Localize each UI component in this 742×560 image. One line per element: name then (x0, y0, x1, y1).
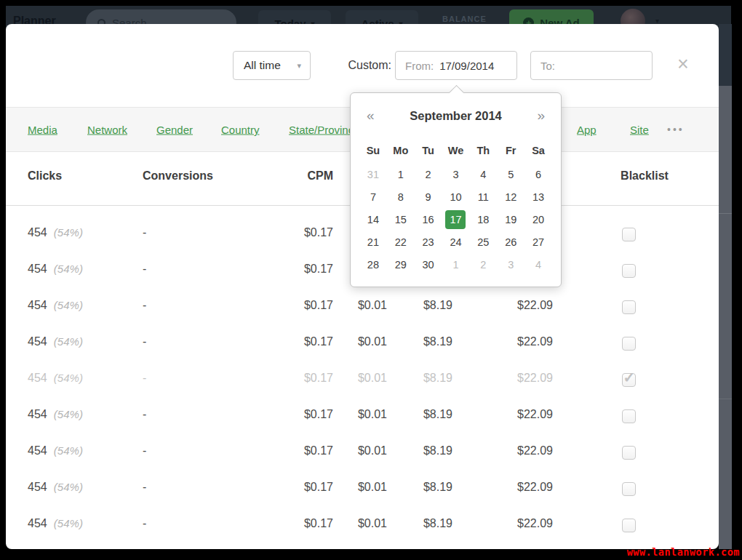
calendar-day[interactable]: 1 (445, 255, 466, 274)
calendar-day[interactable]: 28 (363, 255, 383, 274)
balance-label: BALANCE (442, 15, 487, 23)
dimmed-page-header (719, 24, 732, 86)
blacklist-checkbox[interactable] (622, 337, 636, 351)
calendar-day[interactable]: 15 (391, 210, 411, 229)
divider (719, 213, 732, 214)
calendar-cell: 29 (387, 253, 415, 276)
calendar-day[interactable]: 20 (528, 210, 548, 229)
nav-link-app[interactable]: App (577, 124, 597, 136)
calendar-day[interactable]: 31 (363, 165, 383, 184)
calendar-day[interactable]: 12 (500, 188, 521, 207)
calendar-day[interactable]: 25 (473, 233, 493, 252)
cell-conversions: - (143, 335, 146, 348)
calendar-cell: 13 (524, 185, 552, 208)
cell-value: $0.01 (322, 408, 387, 421)
blacklist-cell (615, 325, 642, 361)
cell-value: $0.01 (322, 517, 387, 530)
calendar-day-selected[interactable]: 17 (445, 210, 466, 229)
calendar-day[interactable]: 9 (418, 188, 439, 207)
nav-link-country[interactable]: Country (221, 124, 260, 136)
date-picker-popup: « September 2014 » SuMoTuWeThFrSa 311234… (350, 92, 562, 287)
calendar-day[interactable]: 30 (418, 255, 439, 274)
checkmark-icon: ✓ (623, 369, 636, 386)
calendar-day[interactable]: 7 (363, 188, 383, 207)
nav-link-site[interactable]: Site (630, 124, 649, 136)
calendar-day[interactable]: 4 (473, 165, 493, 184)
chevron-down-icon: ▾ (297, 61, 301, 71)
cell-value: $0.01 (322, 299, 387, 312)
next-month-icon[interactable]: » (537, 108, 545, 124)
calendar-day[interactable]: 10 (445, 188, 466, 207)
calendar-day[interactable]: 22 (391, 233, 411, 252)
cell-conversions: - (143, 299, 146, 312)
blacklist-checkbox[interactable] (622, 482, 636, 496)
nav-link-state-province[interactable]: State/Province (289, 124, 360, 136)
calendar-cell: 7 (359, 185, 387, 208)
calendar-cell: 10 (442, 185, 470, 208)
date-to-input[interactable]: To: (530, 51, 653, 80)
cell-value: $0.01 (322, 335, 387, 348)
calendar-cell: 2 (469, 253, 497, 276)
calendar-day[interactable]: 14 (363, 210, 383, 229)
blacklist-checkbox[interactable] (622, 228, 636, 241)
calendar-day[interactable]: 11 (473, 188, 493, 207)
previous-month-icon[interactable]: « (367, 108, 375, 124)
calendar-day[interactable]: 18 (473, 210, 493, 229)
calendar-cell: 24 (442, 231, 470, 253)
cell-value: $22.09 (480, 299, 553, 312)
calendar-dayname: We (442, 138, 470, 163)
calendar-day[interactable]: 2 (473, 255, 493, 274)
from-date-value: 17/09/2014 (439, 60, 494, 72)
nav-link-gender[interactable]: Gender (156, 124, 193, 136)
blacklist-checkbox[interactable] (622, 264, 636, 278)
time-range-dropdown[interactable]: All time ▾ (233, 51, 311, 80)
cell-conversions: - (143, 226, 146, 239)
calendar-day[interactable]: 3 (500, 255, 521, 274)
calendar-day[interactable]: 27 (528, 233, 548, 252)
calendar-cell: 21 (359, 231, 387, 253)
calendar-day[interactable]: 4 (528, 255, 548, 274)
blacklist-checkbox[interactable] (622, 446, 636, 460)
blacklist-cell: ✓ (615, 361, 642, 398)
calendar-day[interactable]: 2 (418, 165, 439, 184)
calendar-day[interactable]: 21 (363, 233, 383, 252)
calendar-day[interactable]: 1 (391, 165, 411, 184)
more-options-icon[interactable]: ••• (667, 124, 685, 135)
column-header-conversions: Conversions (143, 169, 213, 183)
calendar-cell: 16 (415, 208, 442, 231)
calendar-day[interactable]: 13 (528, 188, 548, 207)
cell-clicks: 454 (54%) (28, 372, 83, 385)
cell-clicks: 454 (54%) (28, 408, 83, 421)
calendar-cell: 19 (497, 208, 524, 231)
calendar-day[interactable]: 24 (445, 233, 466, 252)
calendar-day[interactable]: 3 (445, 165, 466, 184)
blacklist-checkbox[interactable] (622, 300, 636, 314)
cell-value: $8.19 (387, 372, 452, 385)
calendar-day[interactable]: 19 (500, 210, 521, 229)
blacklist-checkbox[interactable]: ✓ (622, 373, 636, 387)
column-header-blacklist: Blacklist (597, 169, 693, 183)
nav-link-media[interactable]: Media (28, 124, 57, 136)
cell-value: $22.09 (480, 481, 553, 494)
cell-clicks: 454 (54%) (28, 481, 83, 494)
calendar-day[interactable]: 6 (528, 165, 548, 184)
table-row: 454 (54%)-$0.17$0.01$8.19$22.09 (6, 398, 719, 434)
cell-value: $22.09 (480, 335, 553, 348)
date-from-input[interactable]: From: 17/09/2014 (395, 51, 517, 80)
cell-clicks: 454 (54%) (28, 335, 83, 348)
close-icon[interactable]: × (671, 52, 695, 78)
cell-value: $8.19 (387, 517, 452, 530)
calendar-day[interactable]: 5 (500, 165, 521, 184)
calendar-day[interactable]: 29 (391, 255, 411, 274)
calendar-day[interactable]: 16 (418, 210, 439, 229)
cell-value: $0.01 (322, 372, 387, 385)
calendar-day[interactable]: 26 (500, 233, 521, 252)
cell-conversions: - (143, 408, 146, 421)
calendar-day[interactable]: 23 (418, 233, 439, 252)
blacklist-checkbox[interactable] (622, 409, 636, 423)
blacklist-cell (615, 216, 642, 252)
blacklist-checkbox[interactable] (622, 519, 636, 532)
calendar-day[interactable]: 8 (391, 188, 411, 207)
calendar-cell: 30 (415, 253, 442, 276)
nav-link-network[interactable]: Network (87, 124, 127, 136)
